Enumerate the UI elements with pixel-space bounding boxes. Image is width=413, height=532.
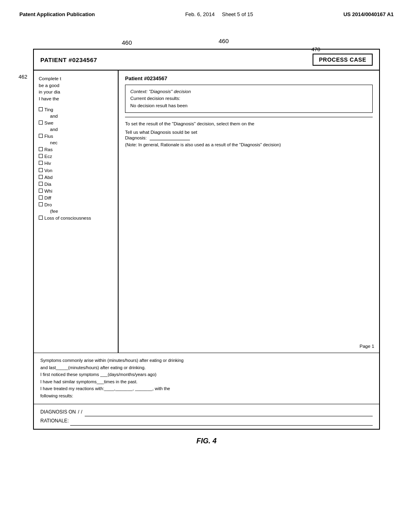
rationale-label: RATIONALE:	[40, 416, 69, 426]
diagnosis-on-label: DIAGNOSIS ON	[40, 407, 76, 417]
symptoms-line5: I have treated my reactions with:____,__…	[40, 385, 373, 393]
divider	[125, 117, 373, 117]
ref-470: 470	[311, 46, 320, 52]
intro-line4: I have the	[39, 96, 114, 102]
process-case-button[interactable]: PROCESS CASE	[313, 54, 373, 66]
symptoms-line6: following results:	[40, 393, 373, 400]
header-center: Feb. 6, 2014 Sheet 5 of 15	[185, 11, 253, 17]
ref-460: 460	[122, 39, 132, 46]
list-item: Von	[39, 167, 114, 174]
checkbox-6[interactable]	[39, 161, 43, 165]
slash-2: /	[81, 407, 82, 417]
checkbox-9[interactable]	[39, 182, 43, 186]
left-intro: Complete t be a good in your dia I have …	[39, 75, 114, 102]
checkbox-4[interactable]	[39, 147, 43, 151]
outer-box-header: PATIENT #0234567 470 PROCESS CASE	[34, 50, 379, 71]
checkbox-8[interactable]	[39, 175, 43, 179]
list-item: Sweand	[39, 120, 114, 133]
page-number: Page 1	[360, 344, 374, 349]
diagnosis-on-line: DIAGNOSIS ON / /	[40, 407, 373, 417]
symptoms-line1: Symptoms commonly arise within (minutes/…	[40, 357, 373, 364]
rationale-underline	[70, 425, 373, 426]
header-date: Feb. 6, 2014	[185, 11, 215, 17]
page-header: Patent Application Publication Feb. 6, 2…	[0, 0, 413, 21]
slash-1: /	[77, 407, 79, 417]
checkbox-11[interactable]	[39, 195, 43, 200]
list-item: Dro(fee	[39, 202, 114, 214]
rationale-line: RATIONALE:	[40, 416, 373, 426]
list-item: Dia	[39, 181, 114, 187]
list-item: Ras	[39, 146, 114, 153]
ref-462: 462	[19, 74, 27, 80]
symptoms-line4: I have had similar symptoms___times in t…	[40, 378, 373, 386]
checkbox-list: Tingand Sweand Flusnec Ras	[39, 106, 114, 222]
figure-caption: FIG. 4	[196, 437, 217, 445]
diagnosis-on-underline	[85, 416, 373, 416]
list-item: Ecz	[39, 153, 114, 160]
right-panel: Patient #0234567 Context: "Diagnosis" de…	[119, 71, 379, 353]
diagnosis-input-underline	[150, 140, 190, 140]
checkbox-2[interactable]	[39, 121, 43, 125]
list-item: Diff	[39, 195, 114, 201]
intro-line1: Complete t	[39, 75, 114, 82]
checkbox-3[interactable]	[39, 134, 43, 138]
diagnosis-label: Diagnosis:	[125, 135, 147, 140]
outer-box: 462 PATIENT #0234567 470 PROCESS CASE Co…	[33, 49, 380, 430]
outer-box-body: Complete t be a good in your dia I have …	[34, 71, 379, 353]
checkbox-12[interactable]	[39, 202, 43, 206]
note-text: (Note: In general, Rationale is also use…	[125, 142, 373, 148]
header-right: US 2014/0040167 A1	[343, 11, 394, 17]
footer-fields: DIAGNOSIS ON / / RATIONALE:	[34, 404, 379, 429]
list-item: Hiv	[39, 160, 114, 166]
list-item: Tingand	[39, 106, 114, 119]
checkbox-13[interactable]	[39, 216, 43, 220]
right-patient-id: Patient #0234567	[125, 75, 373, 81]
intro-line3: in your dia	[39, 89, 114, 96]
patient-id-header: PATIENT #0234567	[40, 56, 97, 63]
checkbox-7[interactable]	[39, 168, 43, 172]
checkbox-1[interactable]	[39, 107, 43, 111]
current-decision-label: Current decision results:	[130, 95, 367, 102]
list-item: Flusnec	[39, 133, 114, 146]
context-box: Context: "Diagnosis" decision Current de…	[125, 85, 373, 113]
context-label: Context: "Diagnosis" decision	[130, 88, 367, 95]
no-decision-text: No decision result has been	[130, 102, 367, 109]
checkbox-10[interactable]	[39, 189, 43, 193]
list-item: Whi	[39, 188, 114, 194]
symptoms-line2: and last_____(minutes/hours) after eatin…	[40, 364, 373, 372]
bottom-section: Symptoms commonly arise within (minutes/…	[34, 353, 379, 404]
diagnosis-line: Diagnosis:	[125, 135, 373, 140]
decision-text: To set the result of the "Diagnosis" dec…	[125, 121, 373, 127]
left-panel: Complete t be a good in your dia I have …	[34, 71, 119, 353]
tell-us-text: Tell us what Diagnosis sould be set	[125, 130, 373, 135]
header-left: Patent Application Publication	[19, 11, 95, 17]
checkbox-5[interactable]	[39, 154, 43, 158]
list-item: Loss of consciousness	[39, 215, 114, 221]
main-content: 460 460 462 PATIENT #0234567 470 PROCESS…	[0, 21, 413, 461]
list-item: Abd	[39, 174, 114, 181]
symptoms-line3: I first noticed these symptoms ___(days/…	[40, 371, 373, 378]
header-sheet: Sheet 5 of 15	[222, 11, 253, 17]
intro-line2: be a good	[39, 82, 114, 89]
